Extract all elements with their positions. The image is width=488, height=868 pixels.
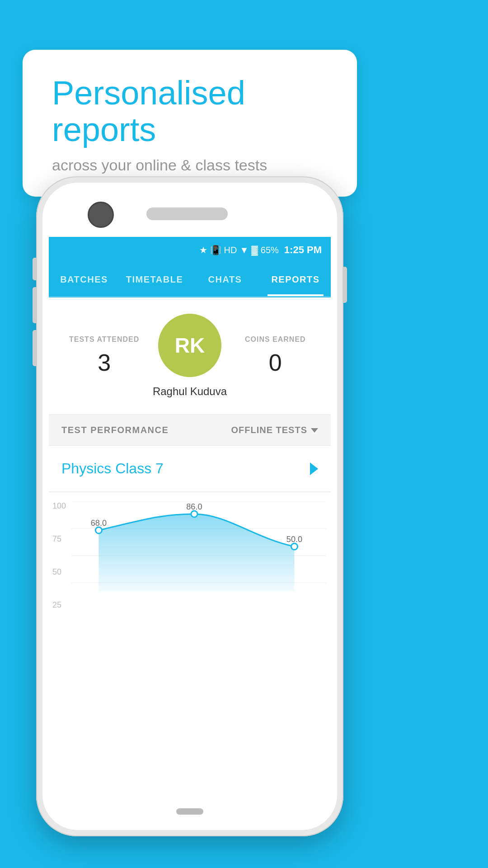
chart-point-3: [291, 543, 297, 550]
avatar-block: RK Raghul Kuduva: [147, 314, 232, 398]
chart-label-3: 50.0: [286, 535, 302, 544]
tab-chats[interactable]: CHATS: [190, 263, 260, 296]
chart-svg: 68.0 86.0 50.0: [71, 501, 326, 610]
y-label-50: 50: [52, 567, 66, 577]
battery-icon: 65%: [261, 245, 279, 255]
volume-up-button: [33, 287, 37, 323]
vibrate-icon: 📳: [210, 245, 221, 255]
coins-earned-block: COINS EARNED 0: [233, 335, 318, 376]
filter-dropdown[interactable]: OFFLINE TESTS: [231, 425, 318, 435]
tests-attended-value: 3: [61, 349, 147, 376]
screen: ★ 📳 HD ▼ ▓ 65% 1:25 PM BATCHES: [49, 237, 331, 794]
tooltip-card: Personalised reports across your online …: [23, 50, 357, 197]
chart-point-2: [191, 511, 197, 517]
coins-earned-value: 0: [233, 349, 318, 376]
y-label-25: 25: [52, 600, 66, 610]
y-label-75: 75: [52, 534, 66, 544]
test-performance-label: TEST PERFORMANCE: [61, 425, 169, 435]
home-button[interactable]: [176, 808, 203, 815]
tests-attended-label: TESTS ATTENDED: [61, 335, 147, 344]
chevron-right-icon: [310, 462, 318, 475]
chart-point-1: [95, 527, 102, 533]
chevron-down-icon: [311, 428, 318, 433]
coins-earned-label: COINS EARNED: [233, 335, 318, 344]
chart-y-labels: 100 75 50 25: [52, 501, 66, 610]
speaker-icon: [146, 208, 228, 220]
profile-section: TESTS ATTENDED 3 RK Raghul Kuduva COINS …: [49, 297, 331, 415]
section-header: TEST PERFORMANCE OFFLINE TESTS: [49, 415, 331, 446]
status-icons: ★ 📳 HD ▼ ▓ 65%: [199, 245, 279, 255]
chart-area-fill: [99, 514, 294, 592]
tooltip-title: Personalised reports: [52, 75, 328, 148]
avatar-name: Raghul Kuduva: [153, 385, 227, 398]
tab-reports[interactable]: REPORTS: [260, 263, 331, 296]
bluetooth-icon: ★: [199, 245, 207, 255]
tooltip-subtitle: across your online & class tests: [52, 156, 328, 174]
hd-icon: HD: [224, 245, 237, 255]
chart-label-1: 68.0: [91, 519, 107, 528]
wifi-icon: ▼: [239, 245, 249, 255]
power-button: [343, 267, 347, 303]
class-name: Physics Class 7: [61, 460, 164, 477]
chart-label-2: 86.0: [186, 502, 202, 511]
nav-tabs: BATCHES TIMETABLE CHATS REPORTS: [49, 263, 331, 297]
chart-area: 100 75 50 25: [49, 492, 331, 619]
phone-mockup: ★ 📳 HD ▼ ▓ 65% 1:25 PM BATCHES: [36, 176, 343, 836]
signal-icon: ▓: [251, 245, 258, 255]
tab-batches[interactable]: BATCHES: [49, 263, 119, 296]
avatar: RK: [158, 314, 221, 377]
tab-timetable[interactable]: TIMETABLE: [119, 263, 190, 296]
class-row[interactable]: Physics Class 7: [49, 446, 331, 492]
camera-icon: [88, 202, 114, 228]
mute-button: [33, 258, 37, 280]
tests-attended-block: TESTS ATTENDED 3: [61, 335, 147, 376]
volume-down-button: [33, 330, 37, 366]
status-bar: ★ 📳 HD ▼ ▓ 65% 1:25 PM: [49, 237, 331, 263]
status-time: 1:25 PM: [284, 244, 322, 256]
y-label-100: 100: [52, 501, 66, 511]
